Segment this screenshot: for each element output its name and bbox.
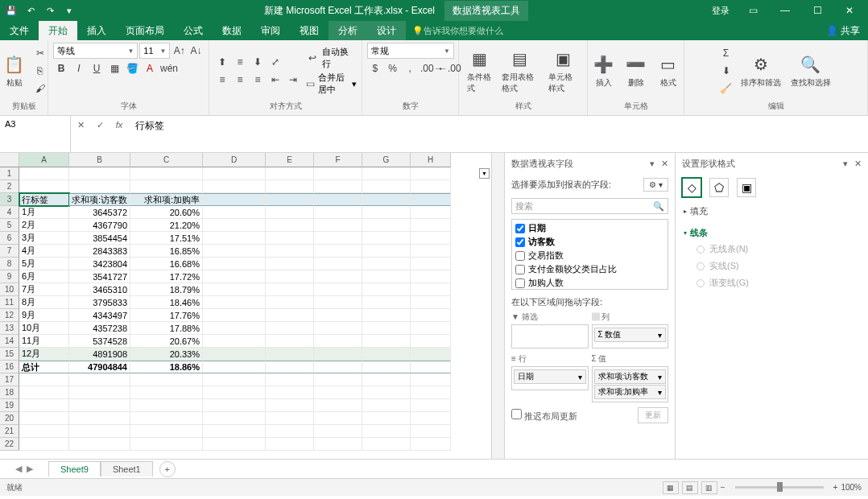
cell[interactable]: 3月 xyxy=(19,232,69,245)
cell[interactable] xyxy=(362,386,411,399)
cell[interactable]: 17.88% xyxy=(130,322,203,335)
align-bottom-icon[interactable]: ⬇ xyxy=(250,54,266,70)
zoom-level[interactable]: 100% xyxy=(841,483,862,492)
cell[interactable] xyxy=(130,167,203,180)
decrease-font-icon[interactable]: A↓ xyxy=(188,43,204,59)
cell[interactable] xyxy=(19,412,69,425)
cell[interactable] xyxy=(19,167,69,180)
cell[interactable]: 8月 xyxy=(19,296,69,309)
row-header[interactable]: 3 xyxy=(0,193,19,206)
cell[interactable]: 18.46% xyxy=(130,296,203,309)
tell-me-box[interactable]: 💡 告诉我你想要做什么 xyxy=(406,21,818,40)
no-line-option[interactable]: 无线条(N) xyxy=(684,241,860,258)
tab-review[interactable]: 审阅 xyxy=(251,21,290,40)
formula-input[interactable]: 行标签 xyxy=(129,116,868,152)
field-search-input[interactable]: 搜索🔍 xyxy=(511,198,668,214)
cell[interactable] xyxy=(266,348,314,361)
cell[interactable] xyxy=(19,180,69,193)
cell-format-button[interactable]: ▭格式 xyxy=(654,52,683,90)
cell[interactable] xyxy=(411,373,451,386)
insert-cells-button[interactable]: ➕插入 xyxy=(589,52,618,90)
cell[interactable]: 5374528 xyxy=(69,335,130,348)
cell[interactable] xyxy=(266,386,314,399)
column-header-b[interactable]: B xyxy=(69,153,130,167)
pivot-field-item[interactable]: 日期 xyxy=(514,221,666,235)
cell[interactable]: 5月 xyxy=(19,258,69,270)
cell[interactable] xyxy=(19,399,69,412)
cell[interactable]: 4343497 xyxy=(69,309,130,322)
cell[interactable] xyxy=(362,425,411,438)
cell[interactable]: 17.72% xyxy=(130,270,203,283)
close-icon[interactable]: ✕ xyxy=(834,0,865,21)
fill-icon[interactable]: ⬇ xyxy=(718,63,734,79)
cell[interactable] xyxy=(130,180,203,193)
row-header[interactable]: 14 xyxy=(0,335,19,348)
cell[interactable]: 20.60% xyxy=(130,206,203,219)
tab-file[interactable]: 文件 xyxy=(0,21,39,40)
cell[interactable]: 3465310 xyxy=(69,283,130,296)
worksheet-grid[interactable]: ABCDEFGH 123行标签▼求和项:访客数求和项:加购率41月3645372… xyxy=(0,153,491,459)
copy-icon[interactable]: ⎘ xyxy=(32,63,48,79)
column-header-c[interactable]: C xyxy=(130,153,203,167)
cell[interactable] xyxy=(362,296,411,309)
add-sheet-button[interactable]: + xyxy=(159,461,176,477)
cell[interactable] xyxy=(314,322,362,335)
cell[interactable] xyxy=(362,206,411,219)
row-header[interactable]: 5 xyxy=(0,219,19,232)
cell[interactable] xyxy=(314,296,362,309)
cell[interactable] xyxy=(266,180,314,193)
align-center-icon[interactable]: ≡ xyxy=(232,72,248,88)
cell[interactable] xyxy=(130,373,203,386)
cell[interactable] xyxy=(130,412,203,425)
cell[interactable] xyxy=(69,399,130,412)
cell[interactable] xyxy=(411,412,451,425)
maximize-icon[interactable]: ☐ xyxy=(802,0,833,21)
column-chip-values[interactable]: Σ 数值▾ xyxy=(594,328,667,342)
row-header[interactable]: 12 xyxy=(0,309,19,322)
cell[interactable] xyxy=(362,348,411,361)
row-header[interactable]: 18 xyxy=(0,386,19,399)
decrease-decimal-icon[interactable]: ←.00 xyxy=(437,60,453,76)
cell[interactable] xyxy=(69,412,130,425)
cell[interactable] xyxy=(314,193,362,206)
cell[interactable] xyxy=(411,322,451,335)
tab-analyze[interactable]: 分析 xyxy=(329,21,367,40)
zoom-in-icon[interactable]: + xyxy=(833,483,838,492)
cell[interactable] xyxy=(69,438,130,451)
cell[interactable] xyxy=(69,425,130,438)
cell[interactable] xyxy=(266,373,314,386)
cell[interactable] xyxy=(266,206,314,219)
tab-formulas[interactable]: 公式 xyxy=(174,21,213,40)
cell[interactable] xyxy=(314,348,362,361)
cell[interactable] xyxy=(266,258,314,270)
cell[interactable] xyxy=(411,296,451,309)
cell[interactable] xyxy=(362,412,411,425)
cell[interactable] xyxy=(362,283,411,296)
conditional-format-button[interactable]: ▦条件格式 xyxy=(464,46,495,96)
underline-button[interactable]: U xyxy=(89,60,105,76)
tab-insert[interactable]: 插入 xyxy=(77,21,116,40)
increase-font-icon[interactable]: A↑ xyxy=(172,43,187,59)
cell[interactable] xyxy=(362,167,411,180)
cell[interactable] xyxy=(203,348,266,361)
zoom-out-icon[interactable]: − xyxy=(721,483,725,492)
cell[interactable] xyxy=(314,283,362,296)
cell[interactable] xyxy=(266,412,314,425)
cell[interactable] xyxy=(266,438,314,451)
fill-section-toggle[interactable]: ▸填充 xyxy=(684,204,860,219)
cell[interactable] xyxy=(362,361,411,373)
cell[interactable] xyxy=(314,167,362,180)
font-size-combo[interactable]: 11▼ xyxy=(139,43,170,59)
row-header[interactable]: 11 xyxy=(0,296,19,309)
column-header-d[interactable]: D xyxy=(203,153,266,167)
cancel-formula-icon[interactable]: ✕ xyxy=(71,118,90,132)
cell[interactable] xyxy=(19,373,69,386)
fill-line-tab-icon[interactable]: ◇ xyxy=(682,178,701,197)
cell[interactable] xyxy=(362,258,411,270)
cell[interactable] xyxy=(411,348,451,361)
cell[interactable] xyxy=(314,180,362,193)
cell[interactable] xyxy=(203,283,266,296)
cell[interactable] xyxy=(411,438,451,451)
bold-button[interactable]: B xyxy=(53,60,69,76)
cell[interactable] xyxy=(314,219,362,232)
